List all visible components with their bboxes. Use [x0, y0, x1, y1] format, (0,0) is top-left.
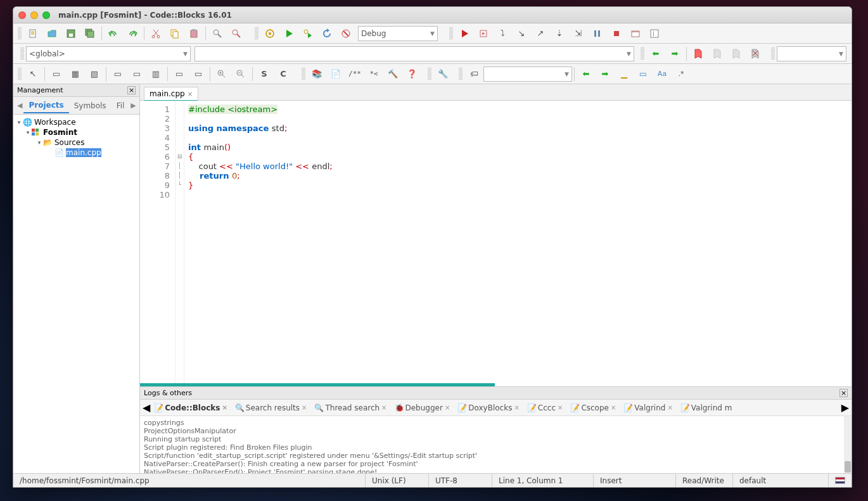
header-button[interactable]: C	[276, 67, 291, 82]
doxy-1-button[interactable]: 📚	[309, 67, 324, 82]
code-area[interactable]: #include <iostream> using namespace std;…	[184, 101, 852, 386]
close-tab-button[interactable]: ×	[188, 91, 193, 98]
step-into-instruction-button[interactable]: ⇲	[571, 26, 586, 41]
settings-icon[interactable]: 🔧	[435, 67, 450, 82]
jump-back-button[interactable]: ⬅	[648, 46, 663, 61]
zoom-out-button[interactable]	[233, 67, 248, 82]
inc-highlight-button[interactable]: ▁	[616, 67, 632, 82]
doxy-2-button[interactable]: 📄	[328, 67, 343, 82]
tab-thread-search[interactable]: 🔍Thread search×	[310, 402, 390, 414]
titlebar[interactable]: main.cpp [Fosmint] - Code::Blocks 16.01	[13, 7, 852, 23]
select-tool-button[interactable]: ↖	[25, 67, 41, 82]
tree-folder-sources[interactable]: ▾📂Sources	[13, 137, 139, 148]
toggle-1-button[interactable]: ▭	[49, 67, 64, 82]
bookmark-clear-button[interactable]	[748, 46, 763, 61]
find-button[interactable]	[210, 26, 225, 41]
replace-button[interactable]	[229, 26, 244, 41]
log-scrollbar[interactable]	[844, 416, 852, 473]
toggle-8-button[interactable]: ▭	[191, 67, 206, 82]
tab-codeblocks[interactable]: 📝Code::Blocks×	[150, 402, 231, 414]
debug-windows-button[interactable]	[628, 26, 643, 41]
tab-debugger[interactable]: 🐞Debugger×	[391, 402, 454, 414]
match-case-button[interactable]: Aa	[654, 67, 670, 82]
project-tree[interactable]: ▾🌐Workspace ▾Fosmint ▾📂Sources 📄main.cpp	[13, 115, 139, 473]
debug-run-button[interactable]	[457, 26, 472, 41]
tab-doxyblocks[interactable]: 📝DoxyBlocks×	[454, 402, 523, 414]
zoom-in-button[interactable]	[214, 67, 229, 82]
doxy-help-button[interactable]: ❓	[404, 67, 419, 82]
scope-combo[interactable]: <global>▼	[26, 46, 191, 61]
comment-block-button[interactable]: /**	[347, 67, 362, 82]
paste-button[interactable]	[186, 26, 201, 41]
comment-line-button[interactable]: *<	[366, 67, 381, 82]
bookmark-prev-button[interactable]	[710, 46, 725, 61]
editor-tab-main[interactable]: main.cpp ×	[144, 87, 198, 100]
rebuild-button[interactable]	[319, 26, 335, 41]
copy-button[interactable]	[167, 26, 182, 41]
logs-scroll-right[interactable]: ▶	[841, 402, 849, 414]
build-target-combo[interactable]: Debug▼	[358, 26, 438, 41]
inc-selected-button[interactable]: ▭	[635, 67, 651, 82]
inc-label-icon[interactable]: 🏷	[466, 67, 482, 82]
bookmark-combo[interactable]: ▼	[777, 46, 846, 61]
new-file-button[interactable]	[25, 26, 41, 41]
close-button[interactable]	[18, 11, 26, 19]
logs-scroll-left[interactable]: ◀	[143, 402, 150, 414]
inc-next-button[interactable]: ➡	[597, 67, 613, 82]
step-into-button[interactable]: ↘	[514, 26, 529, 41]
stop-debug-button[interactable]	[609, 26, 624, 41]
step-out-button[interactable]: ↗	[533, 26, 548, 41]
tab-scroll-left[interactable]: ◀	[16, 101, 23, 110]
toggle-4-button[interactable]: ▭	[110, 67, 125, 82]
open-file-button[interactable]	[44, 26, 60, 41]
maximize-button[interactable]	[42, 11, 50, 19]
toggle-5-button[interactable]: ▭	[129, 67, 144, 82]
step-instruction-button[interactable]: ⇣	[552, 26, 567, 41]
horizontal-scrollbar[interactable]	[140, 383, 495, 386]
log-output[interactable]: copystringsProjectOptionsManipulatorRunn…	[140, 416, 852, 473]
undo-button[interactable]	[106, 26, 121, 41]
toggle-2-button[interactable]: ▦	[68, 67, 83, 82]
save-all-button[interactable]	[82, 26, 98, 41]
run-button[interactable]	[281, 26, 297, 41]
minimize-button[interactable]	[30, 11, 38, 19]
tab-cccc[interactable]: 📝Cccc×	[523, 402, 567, 414]
close-panel-button[interactable]: ×	[127, 86, 136, 94]
tree-project[interactable]: ▾Fosmint	[13, 127, 139, 137]
run-to-cursor-button[interactable]	[476, 26, 491, 41]
doxy-run-button[interactable]: 🔨	[385, 67, 400, 82]
toggle-7-button[interactable]: ▭	[172, 67, 187, 82]
info-button[interactable]: i	[647, 26, 662, 41]
fold-gutter[interactable]: ⊟││└	[176, 101, 184, 386]
abort-button[interactable]	[338, 26, 354, 41]
redo-button[interactable]	[125, 26, 140, 41]
tree-workspace[interactable]: ▾🌐Workspace	[13, 117, 139, 127]
build-run-button[interactable]	[300, 26, 316, 41]
code-editor[interactable]: 12345678910 ⊟││└ #include <iostream> usi…	[140, 101, 852, 386]
jump-forward-button[interactable]: ➡	[667, 46, 682, 61]
tab-symbols[interactable]: Symbols	[69, 99, 112, 113]
source-button[interactable]: S	[257, 67, 272, 82]
tab-files[interactable]: Fil	[112, 99, 130, 113]
build-button[interactable]	[262, 26, 278, 41]
symbol-combo[interactable]: ▼	[195, 46, 634, 61]
tree-file-main[interactable]: 📄main.cpp	[13, 148, 139, 158]
save-button[interactable]	[63, 26, 79, 41]
tab-projects[interactable]: Projects	[23, 98, 68, 113]
tab-valgrind[interactable]: 📝Valgrind×	[620, 402, 676, 414]
cut-button[interactable]	[148, 26, 163, 41]
tab-scroll-right[interactable]: ▶	[129, 101, 137, 110]
tab-search-results[interactable]: 🔍Search results×	[231, 402, 311, 414]
next-line-button[interactable]: ⤵	[495, 26, 510, 41]
inc-search-input[interactable]: ▼	[483, 67, 572, 82]
inc-prev-button[interactable]: ⬅	[578, 67, 594, 82]
regex-button[interactable]: .*	[673, 67, 689, 82]
tab-cscope[interactable]: 📝Cscope×	[566, 402, 620, 414]
break-button[interactable]	[590, 26, 605, 41]
toggle-6-button[interactable]: ▥	[148, 67, 163, 82]
bookmark-next-button[interactable]	[729, 46, 744, 61]
tab-valgrind-m[interactable]: 📝Valgrind m	[677, 402, 736, 414]
close-logs-button[interactable]: ×	[839, 389, 848, 397]
toggle-3-button[interactable]: ▧	[87, 67, 102, 82]
status-lang-icon[interactable]	[829, 474, 852, 487]
